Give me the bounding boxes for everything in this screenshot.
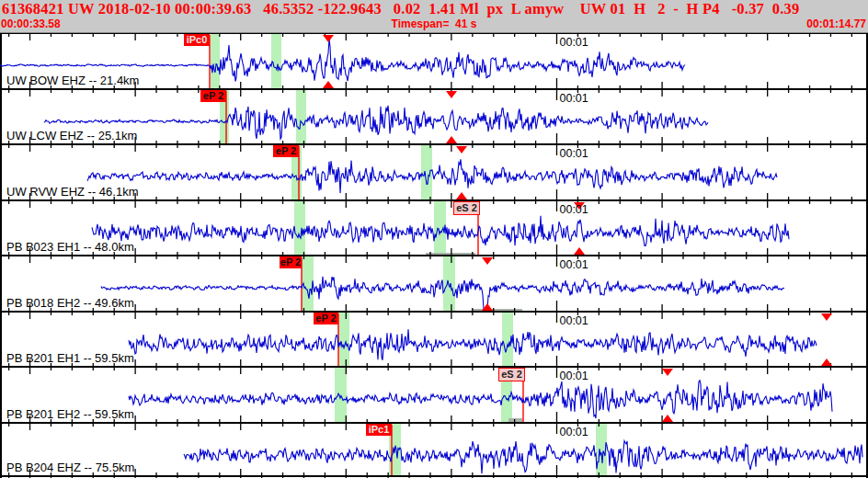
station-label: PB B201 EH1 -- 59.5km: [6, 351, 134, 365]
arrival-marker-up-icon: [446, 136, 457, 143]
window-end-time: 00:01:14.77: [806, 17, 866, 30]
minute-label: 00:01: [559, 370, 588, 382]
gray-selection-bar: [508, 418, 522, 422]
minute-label: 00:01: [559, 147, 588, 160]
arrival-marker-down-icon: [446, 91, 457, 98]
arrival-marker-up-icon: [574, 247, 585, 255]
arrival-marker-down-icon: [456, 146, 467, 154]
arrival-marker-up-icon: [456, 192, 467, 199]
arrival-marker-down-icon: [482, 257, 493, 265]
station-label: UW RVW EHZ -- 46.1km: [6, 185, 139, 199]
timespan-label: Timespan= 41 s: [0, 17, 868, 30]
seismogram-trace[interactable]: [129, 381, 832, 418]
highlight-band: [443, 256, 455, 311]
minute-label: 00:01: [559, 36, 588, 49]
arrival-marker-down-icon: [662, 369, 673, 376]
phase-flag[interactable]: iPc1: [366, 424, 392, 436]
phase-flag[interactable]: iPc0: [184, 34, 210, 46]
waveform-viewer: 61368421 UW 2018-02-10 00:00:39.63 46.53…: [0, 0, 868, 478]
station-label: UW LCW EHZ -- 25.1km: [6, 129, 137, 142]
station-label: UW BOW EHZ -- 21.4km: [6, 74, 139, 87]
minute-label: 00:01: [559, 426, 588, 438]
arrival-marker-up-icon: [821, 358, 832, 366]
highlight-band: [211, 34, 220, 88]
phase-flag[interactable]: eP 2: [314, 313, 338, 324]
highlight-band: [294, 201, 305, 255]
seismogram-trace[interactable]: [101, 277, 784, 310]
arrival-marker-up-icon: [323, 81, 334, 88]
highlight-band: [335, 368, 347, 422]
phase-flag[interactable]: eS 2: [453, 201, 480, 215]
station-label: PB B204 EHZ -- 75.5km: [6, 461, 134, 474]
seismogram-trace[interactable]: [184, 441, 862, 474]
phase-flag[interactable]: eP 2: [280, 256, 302, 268]
phase-flag[interactable]: eP 2: [200, 90, 226, 102]
event-summary: 61368421 UW 2018-02-10 00:00:39.63 46.53…: [2, 0, 799, 18]
event-header: 61368421 UW 2018-02-10 00:00:39.63 46.53…: [0, 0, 868, 33]
minute-label: 00:01: [559, 92, 588, 105]
highlight-band: [434, 201, 446, 255]
minute-label: 00:01: [559, 258, 588, 271]
phase-flag[interactable]: eP 2: [273, 145, 299, 157]
arrival-marker-up-icon: [662, 415, 673, 422]
arrival-marker-down-icon: [323, 35, 334, 42]
highlight-band: [338, 313, 349, 366]
seismogram-trace[interactable]: [44, 106, 708, 139]
seismogram-trace[interactable]: [129, 329, 817, 360]
arrival-marker-down-icon: [821, 313, 832, 321]
time-window-bar: 00:00:33.58 Timespan= 41 s 00:01:14.77: [0, 17, 868, 32]
highlight-band: [296, 90, 306, 143]
station-label: PB B023 EH1 -- 48.0km: [6, 240, 134, 254]
minute-label: 00:01: [559, 314, 588, 327]
station-label: PB B201 EH2 -- 59.5km: [6, 407, 134, 421]
station-label: PB B018 EH2 -- 49.6km: [6, 296, 134, 310]
minute-label: 00:01: [559, 203, 588, 216]
highlight-band: [271, 34, 281, 88]
phase-flag[interactable]: eS 2: [498, 368, 525, 381]
